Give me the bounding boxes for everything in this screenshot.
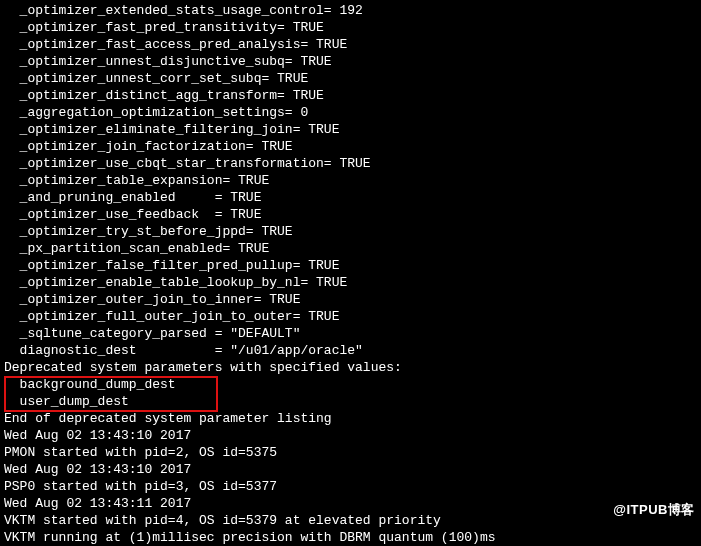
terminal-line: _optimizer_full_outer_join_to_outer= TRU… xyxy=(0,308,701,325)
terminal-line: _and_pruning_enabled = TRUE xyxy=(0,189,701,206)
terminal-line: _optimizer_unnest_corr_set_subq= TRUE xyxy=(0,70,701,87)
terminal-line: PMON started with pid=2, OS id=5375 xyxy=(0,444,701,461)
terminal-line: _sqltune_category_parsed = "DEFAULT" xyxy=(0,325,701,342)
terminal-output: _optimizer_extended_stats_usage_control=… xyxy=(0,0,701,546)
terminal-line: _optimizer_unnest_disjunctive_subq= TRUE xyxy=(0,53,701,70)
terminal-line: _optimizer_fast_access_pred_analysis= TR… xyxy=(0,36,701,53)
terminal-line: _px_partition_scan_enabled= TRUE xyxy=(0,240,701,257)
terminal-line: _optimizer_table_expansion= TRUE xyxy=(0,172,701,189)
terminal-line: Wed Aug 02 13:43:11 2017 xyxy=(0,495,701,512)
terminal-line: _optimizer_use_feedback = TRUE xyxy=(0,206,701,223)
terminal-line: Wed Aug 02 13:43:10 2017 xyxy=(0,461,701,478)
terminal-line: _optimizer_try_st_before_jppd= TRUE xyxy=(0,223,701,240)
terminal-line: user_dump_dest xyxy=(0,393,701,410)
terminal-line: Deprecated system parameters with specif… xyxy=(0,359,701,376)
terminal-line: Wed Aug 02 13:43:10 2017 xyxy=(0,427,701,444)
terminal-line: _aggregation_optimization_settings= 0 xyxy=(0,104,701,121)
terminal-line: VKTM running at (1)millisec precision wi… xyxy=(0,529,701,546)
terminal-line: _optimizer_use_cbqt_star_transformation=… xyxy=(0,155,701,172)
terminal-line: _optimizer_false_filter_pred_pullup= TRU… xyxy=(0,257,701,274)
terminal-line: _optimizer_eliminate_filtering_join= TRU… xyxy=(0,121,701,138)
terminal-line: VKTM started with pid=4, OS id=5379 at e… xyxy=(0,512,701,529)
terminal-line: background_dump_dest xyxy=(0,376,701,393)
terminal-line: _optimizer_distinct_agg_transform= TRUE xyxy=(0,87,701,104)
terminal-line: _optimizer_join_factorization= TRUE xyxy=(0,138,701,155)
terminal-line: PSP0 started with pid=3, OS id=5377 xyxy=(0,478,701,495)
terminal-line: _optimizer_outer_join_to_inner= TRUE xyxy=(0,291,701,308)
terminal-line: End of deprecated system parameter listi… xyxy=(0,410,701,427)
terminal-line: _optimizer_enable_table_lookup_by_nl= TR… xyxy=(0,274,701,291)
watermark: @ITPUB博客 xyxy=(613,501,695,518)
terminal-line: _optimizer_fast_pred_transitivity= TRUE xyxy=(0,19,701,36)
terminal-line: diagnostic_dest = "/u01/app/oracle" xyxy=(0,342,701,359)
terminal-line: _optimizer_extended_stats_usage_control=… xyxy=(0,2,701,19)
